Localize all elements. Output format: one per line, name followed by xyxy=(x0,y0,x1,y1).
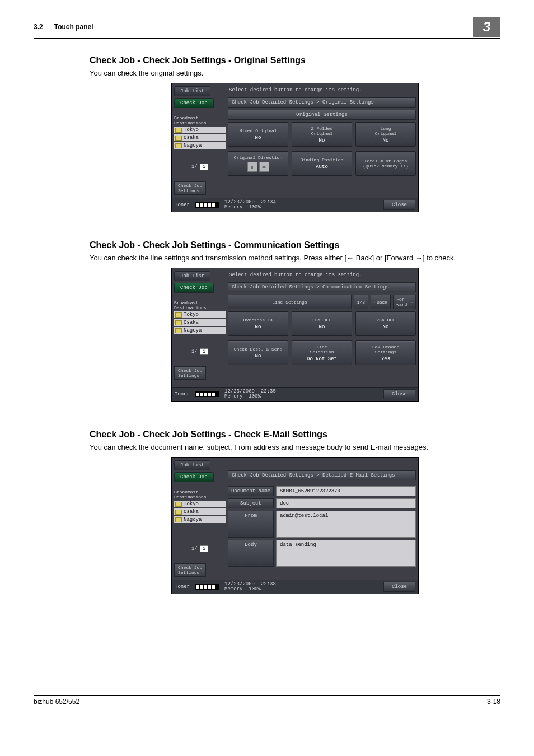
tile-fax-header[interactable]: Fax Header Settings Yes xyxy=(355,340,416,365)
pager: 1/ 1 xyxy=(174,348,226,355)
check-job-settings-button[interactable]: Check Job Settings xyxy=(174,181,206,195)
back-button[interactable]: ← Back xyxy=(371,295,391,309)
job-list-tab[interactable]: Job List xyxy=(174,271,210,281)
tile-overseas-tx[interactable]: Overseas TX No xyxy=(228,311,288,336)
check-job-tab[interactable]: Check Job xyxy=(174,283,214,293)
mail-icon xyxy=(175,312,182,318)
mail-icon xyxy=(175,143,182,148)
mail-icon xyxy=(175,510,182,515)
check-job-settings-button[interactable]: Check Job Settings xyxy=(174,563,206,577)
tile-ecm-off[interactable]: ECM OFF No xyxy=(292,311,352,336)
body-value: data sending xyxy=(276,540,416,567)
mail-icon xyxy=(175,136,182,141)
page-indicator: 1/2 xyxy=(354,295,368,309)
check-job-tab[interactable]: Check Job xyxy=(174,98,214,108)
toner-meter xyxy=(195,584,219,590)
docname-label: Document Name xyxy=(228,486,274,496)
dest-tokyo[interactable]: Tokyo xyxy=(174,311,226,318)
from-value: admin@test.local xyxy=(276,511,416,538)
section-number: 3.2 xyxy=(34,23,43,31)
chapter-badge: 3 xyxy=(473,17,500,37)
toner-meter xyxy=(195,391,219,397)
orientation-portrait-icon: ▯ xyxy=(247,162,257,172)
dest-osaka[interactable]: Osaka xyxy=(174,508,226,515)
section-title: Touch panel xyxy=(54,23,93,31)
category-bar: Original Settings xyxy=(228,110,416,120)
close-button[interactable]: Close xyxy=(383,389,415,399)
tile-mixed-original[interactable]: Mixed Original No xyxy=(228,122,288,147)
orientation-landscape-icon: ▭ xyxy=(259,162,269,172)
mail-icon xyxy=(175,502,182,507)
forward-button[interactable]: For- ward → xyxy=(393,295,416,309)
job-list-tab[interactable]: Job List xyxy=(174,460,210,470)
tile-zfolded-original[interactable]: Z-Folded Original No xyxy=(292,122,352,147)
tile-total-pages[interactable]: Total # of Pages (Quick Memory TX) xyxy=(355,151,416,176)
mail-icon xyxy=(175,320,182,325)
subject-label: Subject xyxy=(228,498,274,508)
tile-line-selection[interactable]: Line Selection Do Not Set xyxy=(292,340,352,365)
pager: 1/ 1 xyxy=(174,545,226,552)
dest-osaka[interactable]: Osaka xyxy=(174,319,226,326)
tile-original-direction[interactable]: Original Direction ▯ ▭ xyxy=(228,151,288,176)
dest-tokyo[interactable]: Tokyo xyxy=(174,501,226,507)
from-label: From xyxy=(228,511,274,538)
toner-meter xyxy=(195,202,219,208)
breadcrumb: Check Job Detailed Settings > Communicat… xyxy=(228,282,416,292)
sec1-body: You can check the original settings. xyxy=(90,69,500,77)
tile-long-original[interactable]: Long Original No xyxy=(355,122,416,147)
tile-check-dest-send[interactable]: Check Dest. & Send No xyxy=(228,340,288,365)
breadcrumb: Check Job Detailed Settings > Original S… xyxy=(228,97,416,108)
job-list-tab[interactable]: Job List xyxy=(174,86,210,96)
sec3-body: You can check the document name, subject… xyxy=(90,443,500,451)
subject-value: doc xyxy=(276,498,416,508)
dest-nagoya[interactable]: Nagoya xyxy=(174,516,226,523)
docname-value: SKMBT_65209122322370 xyxy=(276,486,416,496)
close-button[interactable]: Close xyxy=(383,200,415,210)
broadcast-label: Broadcast Destinations xyxy=(174,489,226,500)
tile-v34-off[interactable]: V34 OFF No xyxy=(355,311,416,336)
check-job-settings-button[interactable]: Check Job Settings xyxy=(174,366,206,380)
touchpanel-communication: Job List Check Job Broadcast Destination… xyxy=(171,268,419,402)
dest-nagoya[interactable]: Nagoya xyxy=(174,327,226,334)
toner-label: Toner xyxy=(175,391,190,397)
prompt-text: Select desired button to change its sett… xyxy=(229,87,416,93)
sec2-body: You can check the line settings and tran… xyxy=(90,254,500,262)
touchpanel-email: Job List Check Job Broadcast Destination… xyxy=(171,457,419,594)
dest-osaka[interactable]: Osaka xyxy=(174,134,226,141)
status-bar: Toner 12/23/2009 22:35 Memory 100% Close xyxy=(172,387,418,401)
status-bar: Toner 12/23/2009 22:34 Memory 100% Close xyxy=(172,198,418,212)
mail-icon xyxy=(175,128,182,133)
check-job-tab[interactable]: Check Job xyxy=(174,472,214,482)
broadcast-label: Broadcast Destinations xyxy=(174,300,226,310)
mail-icon xyxy=(175,328,182,333)
body-label: Body xyxy=(228,540,274,567)
pager: 1/ 1 xyxy=(174,164,226,170)
touchpanel-original: Job List Check Job Broadcast Destination… xyxy=(171,83,419,212)
close-button[interactable]: Close xyxy=(383,582,415,592)
tile-binding-position[interactable]: Binding Position Auto xyxy=(292,151,352,176)
footer-left: bizhub 652/552 xyxy=(34,698,79,706)
toner-label: Toner xyxy=(175,584,190,590)
page-footer: bizhub 652/552 3-18 xyxy=(34,695,500,706)
dest-nagoya[interactable]: Nagoya xyxy=(174,142,226,149)
mail-icon xyxy=(175,517,182,522)
broadcast-label: Broadcast Destinations xyxy=(174,115,226,125)
sec2-title: Check Job - Check Job Settings - Communi… xyxy=(90,240,500,250)
footer-right: 3-18 xyxy=(487,698,500,706)
category-bar: Line Settings xyxy=(228,295,352,309)
toner-label: Toner xyxy=(175,202,190,208)
breadcrumb: Check Job Detailed Settings > Detailed E… xyxy=(228,470,416,480)
dest-tokyo[interactable]: Tokyo xyxy=(174,127,226,133)
page-header: 3.2 Touch panel 3 xyxy=(34,17,500,39)
status-bar: Toner 12/23/2009 22:38 Memory 100% Close xyxy=(172,580,418,594)
sec3-title: Check Job - Check Job Settings - Check E… xyxy=(90,430,500,440)
sec1-title: Check Job - Check Job Settings - Origina… xyxy=(90,55,500,66)
prompt-text: Select desired button to change its sett… xyxy=(229,272,416,278)
